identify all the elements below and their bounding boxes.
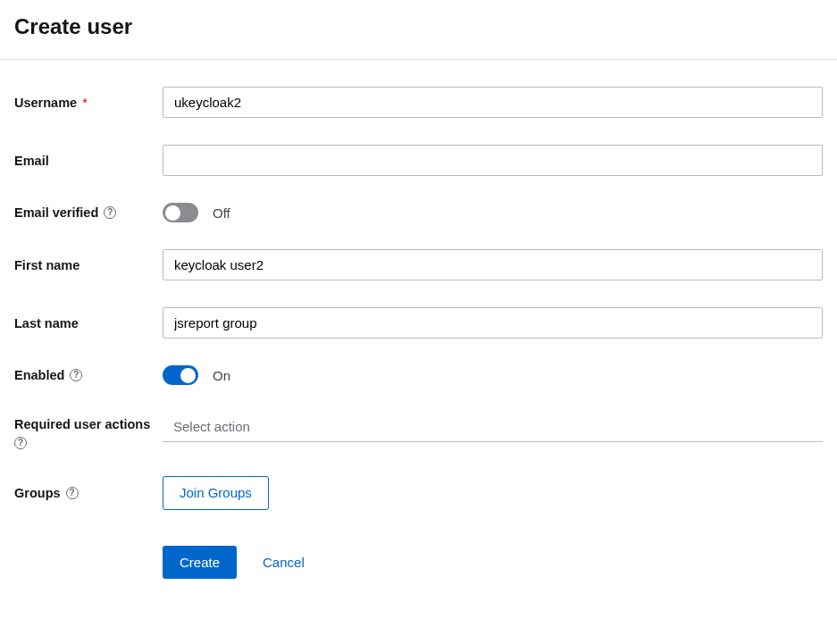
row-enabled: Enabled ? On [14,365,823,385]
label-last-name: Last name [14,316,163,330]
required-actions-select[interactable]: Select action [163,412,823,442]
page-header: Create user [0,0,837,60]
toggle-knob [165,205,180,221]
row-actions: Create Cancel [14,546,823,580]
toggle-knob [180,368,196,383]
help-icon[interactable]: ? [104,206,116,219]
label-enabled-text: Enabled [14,368,64,382]
row-first-name: First name [14,249,823,280]
label-last-name-text: Last name [14,316,79,330]
row-groups: Groups ? Join Groups [14,476,823,510]
enabled-state: On [213,368,230,383]
create-user-form: Username * Email Email verified ? Off [0,60,837,620]
row-email-verified: Email verified ? Off [14,203,823,222]
page-title: Create user [14,14,823,39]
join-groups-button[interactable]: Join Groups [163,476,269,510]
email-input[interactable] [163,145,823,176]
label-first-name: First name [14,258,163,272]
first-name-input[interactable] [163,249,823,280]
label-first-name-text: First name [14,258,80,272]
label-groups-text: Groups [14,486,61,500]
row-email: Email [14,145,823,176]
label-email-verified: Email verified ? [14,205,163,220]
email-verified-toggle[interactable] [163,203,198,222]
cancel-button[interactable]: Cancel [251,546,316,580]
label-required-actions-text: Required user actions [14,417,150,431]
label-username: Username * [14,96,163,110]
label-email-text: Email [14,154,49,168]
label-required-actions: Required user actions ? [14,412,163,449]
enabled-toggle[interactable] [163,365,198,385]
row-required-actions: Required user actions ? Select action [14,412,823,449]
help-icon[interactable]: ? [70,369,82,381]
last-name-input[interactable] [163,307,823,339]
label-enabled: Enabled ? [14,368,163,382]
row-username: Username * [14,87,823,118]
create-button[interactable]: Create [163,546,237,580]
label-groups: Groups ? [14,486,163,500]
row-last-name: Last name [14,307,823,339]
label-username-text: Username [14,96,77,110]
username-input[interactable] [163,87,823,118]
label-email-verified-text: Email verified [14,205,98,220]
email-verified-state: Off [213,205,230,221]
required-indicator: * [82,96,88,110]
help-icon[interactable]: ? [14,437,27,449]
label-email: Email [14,154,163,168]
help-icon[interactable]: ? [66,487,79,499]
